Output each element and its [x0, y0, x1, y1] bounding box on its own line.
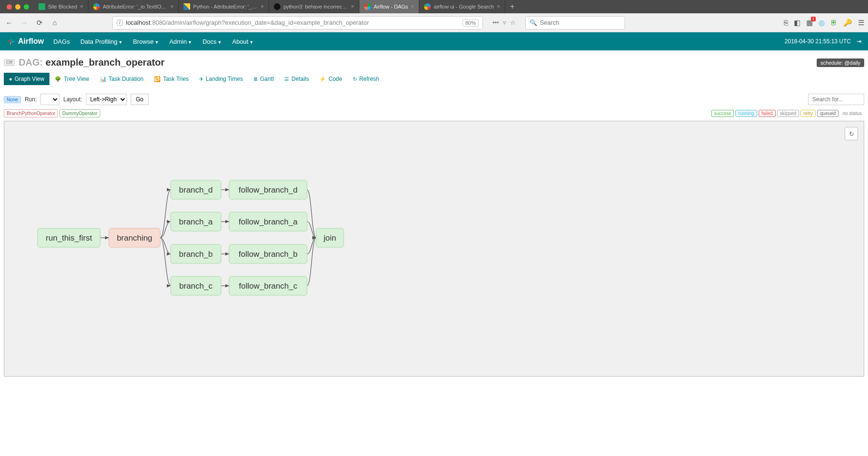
browser-tab[interactable]: Python - AttributeError: '_io.Te…×	[179, 0, 269, 13]
status-legend-success[interactable]: success	[711, 110, 734, 117]
browser-search-input[interactable]	[540, 19, 621, 26]
status-legend-queued[interactable]: queued	[817, 110, 839, 117]
graph-refresh-button[interactable]: ↻	[845, 127, 858, 140]
nav-item-admin[interactable]: Admin▼	[169, 38, 192, 45]
view-tab-label: Graph View	[15, 76, 44, 82]
close-window-icon[interactable]	[7, 4, 12, 10]
view-tab-graph-view[interactable]: ●Graph View	[4, 73, 49, 85]
task-node-branch_c[interactable]: branch_c	[171, 276, 221, 295]
layout-select[interactable]: Left->Right	[86, 94, 127, 105]
nav-item-about[interactable]: About▼	[232, 38, 253, 45]
tab-close-icon[interactable]: ×	[80, 3, 83, 10]
view-tab-details[interactable]: ☰Details	[279, 73, 314, 85]
browser-tab[interactable]: airflow ui - Google Search×	[419, 0, 505, 13]
home-button[interactable]: ⌂	[49, 18, 60, 28]
view-tab-tree-view[interactable]: 🌳Tree View	[49, 73, 94, 85]
task-node-join[interactable]: join	[316, 228, 344, 247]
back-button[interactable]: ←	[4, 18, 14, 28]
nav-item-browse[interactable]: Browse▼	[133, 38, 159, 45]
graph-search-input[interactable]	[808, 94, 864, 105]
extension2-icon[interactable]: ◎	[819, 19, 825, 27]
tab-close-icon[interactable]: ×	[411, 3, 414, 10]
view-tab-task-tries[interactable]: 🔁Task Tries	[149, 73, 194, 85]
task-node-run_this_first[interactable]: run_this_first	[38, 228, 100, 247]
new-tab-button[interactable]: +	[505, 2, 519, 11]
task-node-branch_a[interactable]: branch_a	[171, 212, 221, 231]
tab-favicon-icon	[93, 3, 100, 10]
view-tab-landing-times[interactable]: ✈Landing Times	[194, 73, 248, 85]
logout-icon[interactable]: ⇥	[857, 38, 861, 45]
svg-text:branching: branching	[117, 233, 153, 243]
tab-close-icon[interactable]: ×	[497, 3, 500, 10]
forward-button[interactable]: →	[19, 18, 29, 28]
nav-item-docs[interactable]: Docs▼	[203, 38, 222, 45]
browser-tab[interactable]: python3: behave incorrectly m…×	[269, 0, 359, 13]
go-button[interactable]: Go	[131, 94, 149, 105]
nav-item-dags[interactable]: DAGs	[53, 38, 70, 45]
tab-close-icon[interactable]: ×	[351, 3, 354, 10]
task-node-follow_branch_c[interactable]: follow_branch_c	[229, 276, 307, 295]
more-icon[interactable]: •••	[492, 19, 499, 26]
graph-panel[interactable]: ↻ run_this_firstbranchingbranch_dbranch_…	[4, 121, 864, 377]
tab-favicon-icon	[364, 3, 371, 10]
airflow-brand[interactable]: Airflow	[7, 37, 44, 46]
browser-search[interactable]: 🔍	[525, 16, 625, 29]
view-tab-gantt[interactable]: ≣Gantt	[248, 73, 279, 85]
view-tab-icon: 🌳	[55, 76, 61, 82]
browser-tab[interactable]: AttributeError: '_io.TextIOWrap…×	[88, 0, 179, 13]
tab-close-icon[interactable]: ×	[170, 3, 174, 10]
view-tab-icon: 🔁	[154, 76, 161, 82]
operator-legend-BranchPythonOperator[interactable]: BranchPythonOperator	[4, 109, 58, 117]
bookmark-icon[interactable]: ☆	[510, 19, 516, 26]
view-tab-label: Gantt	[260, 76, 274, 82]
tab-close-icon[interactable]: ×	[260, 3, 264, 10]
view-tab-code[interactable]: ⚡Code	[314, 73, 347, 85]
pocket-icon[interactable]: ▿	[503, 19, 506, 26]
extension-icon[interactable]: ▦	[806, 19, 813, 27]
airflow-brand-text: Airflow	[18, 37, 44, 46]
hamburger-icon[interactable]: ☰	[858, 19, 864, 27]
view-tab-refresh[interactable]: ↻Refresh	[347, 73, 385, 85]
status-legend-skipped[interactable]: skipped	[777, 110, 799, 117]
nav-item-data-profiling[interactable]: Data Profiling▼	[80, 38, 123, 45]
tab-label: Airflow - DAGs	[374, 4, 408, 10]
run-select[interactable]	[40, 94, 59, 105]
task-node-branch_b[interactable]: branch_b	[171, 244, 221, 263]
view-tabs: ●Graph View🌳Tree View📊Task Duration🔁Task…	[4, 73, 864, 85]
minimize-window-icon[interactable]	[15, 4, 20, 10]
status-legend-failed[interactable]: failed	[759, 110, 776, 117]
maximize-window-icon[interactable]	[24, 4, 29, 10]
shield-icon[interactable]: ⛨	[830, 19, 838, 27]
sidebar-icon[interactable]: ◧	[794, 19, 800, 27]
zoom-indicator[interactable]: 80%	[463, 19, 479, 27]
operator-legend-DummyOperator[interactable]: DummyOperator	[59, 109, 100, 117]
base-date-chip[interactable]: None	[4, 96, 21, 103]
view-tab-task-duration[interactable]: 📊Task Duration	[95, 73, 149, 85]
status-legend-retry[interactable]: retry	[800, 110, 816, 117]
site-info-icon[interactable]: i	[116, 19, 123, 26]
dag-graph[interactable]: run_this_firstbranchingbranch_dbranch_ab…	[4, 121, 864, 376]
status-legend-running[interactable]: running	[735, 110, 757, 117]
task-node-branch_d[interactable]: branch_d	[171, 180, 221, 199]
svg-text:branch_d: branch_d	[179, 185, 213, 194]
task-node-branching[interactable]: branching	[109, 228, 160, 247]
browser-tab[interactable]: Site Blocked×	[34, 0, 88, 13]
view-tab-icon: 📊	[100, 76, 106, 82]
status-legend-no-status[interactable]: no status	[840, 110, 864, 116]
task-node-follow_branch_a[interactable]: follow_branch_a	[229, 212, 307, 231]
view-tab-label: Refresh	[359, 76, 379, 82]
airflow-header: Airflow DAGsData Profiling▼Browse▼Admin▼…	[0, 32, 868, 50]
tab-label: AttributeError: '_io.TextIOWrap…	[103, 4, 167, 10]
reload-button[interactable]: ⟳	[34, 18, 45, 28]
url-bar[interactable]: i localhost:8080/admin/airflow/graph?exe…	[112, 16, 483, 29]
key-icon[interactable]: 🔑	[843, 19, 852, 27]
svg-text:follow_branch_d: follow_branch_d	[239, 185, 298, 194]
run-label: Run:	[25, 96, 37, 103]
library-icon[interactable]: ⎘	[784, 19, 788, 27]
search-icon: 🔍	[530, 19, 537, 26]
dag-toggle[interactable]: Off	[4, 59, 15, 66]
browser-tab[interactable]: Airflow - DAGs×	[359, 0, 419, 13]
schedule-badge[interactable]: schedule: @daily	[817, 58, 864, 67]
task-node-follow_branch_d[interactable]: follow_branch_d	[229, 180, 307, 199]
task-node-follow_branch_b[interactable]: follow_branch_b	[229, 244, 307, 263]
